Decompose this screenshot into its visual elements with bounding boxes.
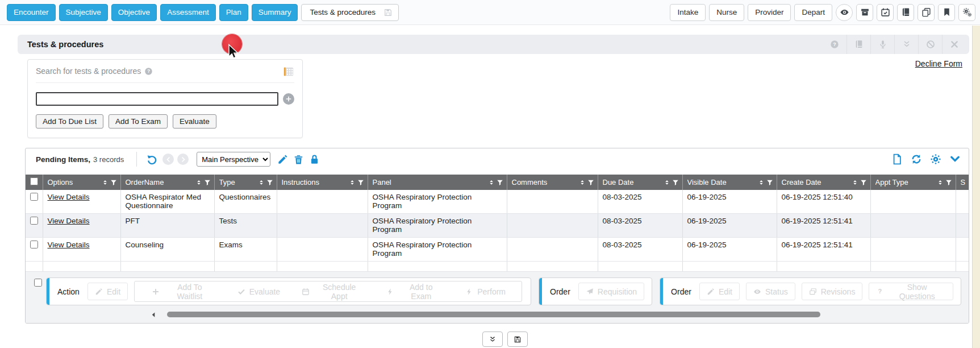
next-icon[interactable] [177,154,189,165]
status-button[interactable]: Status [746,283,795,300]
grid-icon[interactable] [283,67,294,77]
nurse-button[interactable]: Nurse [709,4,744,21]
action-button-set: Add To Waitlist Evaluate Schedule Appt A… [134,281,522,302]
sort-icon [488,179,495,186]
new-document-icon[interactable] [891,154,903,165]
lightning-icon [386,288,394,296]
view-details-link[interactable]: View Details [48,241,90,249]
tab-summary[interactable]: Summary [252,4,298,21]
tab-tests-procedures[interactable]: Tests & procedures [301,4,399,21]
pending-items-title: Pending Items, [36,155,90,164]
tab-objective[interactable]: Objective [111,4,157,21]
gear-icon[interactable] [930,154,941,165]
question-icon [876,288,884,296]
requisition-button[interactable]: Requisition [578,283,644,300]
search-input[interactable] [36,92,278,106]
bookmark-icon[interactable] [938,4,955,21]
scrollbar-thumb[interactable] [167,312,820,317]
col-create-date[interactable]: Create Date [777,175,870,190]
paper-plane-icon [586,288,594,296]
close-icon[interactable] [942,35,966,54]
save-icon[interactable] [507,332,528,347]
pencil-icon[interactable] [277,154,288,165]
help-icon[interactable] [823,35,846,54]
edit-button[interactable]: Edit [87,283,128,300]
tab-plan[interactable]: Plan [219,4,248,21]
microphone-icon[interactable] [870,35,894,54]
double-chevron-down-icon[interactable] [482,332,503,347]
book-icon[interactable] [897,4,914,21]
book-icon[interactable] [846,35,870,54]
add-to-exam-action-button[interactable]: Add to Exam [383,283,447,300]
col-visible-date[interactable]: Visible Date [682,175,777,190]
col-clipped[interactable]: S [956,175,969,190]
show-questions-button[interactable]: Show Questions [869,283,953,300]
scroll-left-icon[interactable] [147,310,160,318]
filter-icon [497,179,503,186]
order-edit-button[interactable]: Edit [699,283,740,300]
col-options[interactable]: Options [43,175,120,190]
eye-icon[interactable] [836,4,853,21]
chevron-down-icon[interactable] [949,154,961,165]
filter-icon [587,179,594,186]
grid-toolbar: Pending Items, 3 records Main Perspectiv… [26,148,969,170]
row-checkbox[interactable] [30,217,38,225]
row-checkbox[interactable] [30,193,38,201]
undo-icon[interactable] [147,154,157,165]
col-panel[interactable]: Panel [368,175,507,190]
order-group-label: Order [671,287,691,296]
col-instructions[interactable]: Instructions [277,175,368,190]
add-to-due-list-button[interactable]: Add To Due List [36,114,103,129]
col-due-date[interactable]: Due Date [598,175,682,190]
ban-icon[interactable] [918,35,942,54]
new-row-checkbox[interactable] [34,279,42,287]
add-to-waitlist-button[interactable]: Add To Waitlist [148,283,219,300]
order-group-label: Order [550,287,570,296]
help-icon[interactable] [144,67,153,76]
trash-icon[interactable] [293,154,304,165]
gears-icon[interactable] [958,4,975,21]
filter-icon [945,179,952,186]
sort-icon [852,179,858,186]
evaluate-button[interactable]: Evaluate [173,114,216,129]
revisions-button[interactable]: Revisions [802,283,863,300]
sort-icon [664,179,670,186]
prev-icon[interactable] [162,154,174,165]
empty-row [26,262,969,272]
col-type[interactable]: Type [214,175,277,190]
tab-encounter[interactable]: Encounter [7,4,56,21]
schedule-appt-button[interactable]: Schedule Appt [298,283,368,300]
perform-button[interactable]: Perform [462,283,509,300]
col-appt-type[interactable]: Appt Type [870,175,956,190]
calendar-check-icon[interactable] [877,4,894,21]
tab-assessment[interactable]: Assessment [160,4,216,21]
depart-button[interactable]: Depart [794,4,832,21]
decline-form-link[interactable]: Decline Form [915,59,962,68]
select-all-header [26,175,43,190]
refresh-icon[interactable] [911,154,922,165]
save-icon[interactable] [383,8,393,17]
collapse-icon[interactable] [894,35,918,54]
evaluate-action-button[interactable]: Evaluate [234,283,283,300]
col-ordername[interactable]: OrderName [120,175,214,190]
row-checkbox[interactable] [30,241,38,248]
provider-button[interactable]: Provider [748,4,791,21]
add-to-exam-button[interactable]: Add To Exam [109,114,168,129]
view-details-link[interactable]: View Details [48,217,90,225]
tab-subjective[interactable]: Subjective [59,4,108,21]
perspective-select[interactable]: Main Perspective [197,152,270,167]
select-all-checkbox[interactable] [30,177,38,185]
add-item-icon[interactable] [283,93,294,105]
copy-icon[interactable] [918,4,935,21]
col-comments[interactable]: Comments [507,175,598,190]
mouse-cursor [227,44,240,61]
archive-icon[interactable] [856,4,873,21]
pending-items-grid: Pending Items, 3 records Main Perspectiv… [25,148,969,324]
intake-button[interactable]: Intake [670,4,706,21]
lock-icon[interactable] [309,154,320,165]
filter-icon [357,179,364,186]
view-details-link[interactable]: View Details [48,193,90,201]
action-group-label: Action [57,287,80,296]
page-scrollbar-strip[interactable] [972,26,980,348]
calendar-icon [302,288,310,296]
